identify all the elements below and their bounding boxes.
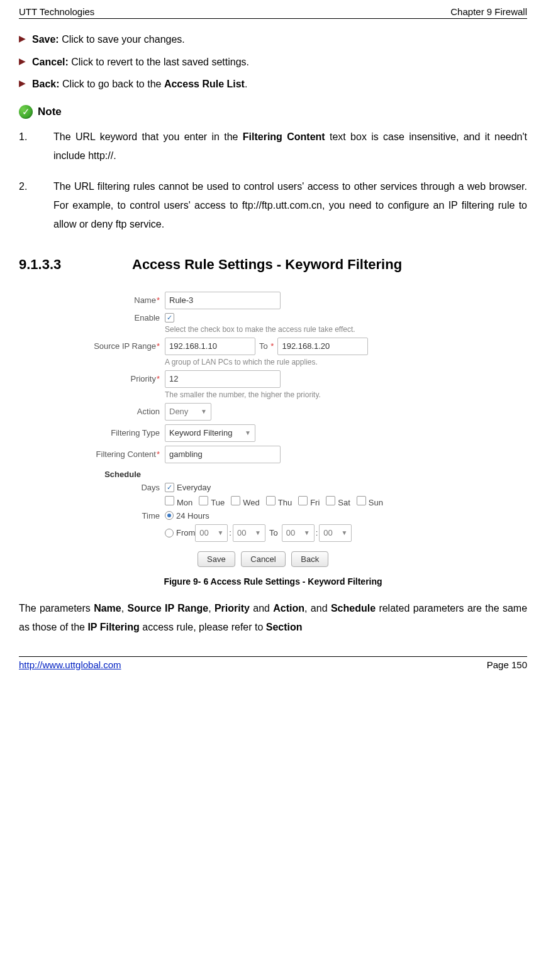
required-icon: *	[270, 341, 274, 351]
name-input[interactable]: Rule-3	[165, 292, 281, 309]
arrow-icon: ▶	[19, 76, 26, 90]
label-name: Name*	[72, 295, 165, 305]
to-hour-select[interactable]: 00▼	[282, 524, 315, 542]
label-priority: Priority*	[72, 374, 165, 383]
chevron-down-icon: ▼	[245, 429, 251, 436]
section-number: 9.1.3.3	[19, 256, 132, 273]
mon-checkbox[interactable]	[165, 496, 174, 505]
hint-enable: Select the check box to make the access …	[165, 325, 474, 334]
time-24h-label: 24 Hours	[176, 511, 209, 520]
checkmark-icon: ✓	[19, 105, 33, 119]
from-label: From	[176, 528, 195, 537]
action-select[interactable]: Deny▼	[165, 403, 211, 421]
page-footer: http://www.uttglobal.com Page 150	[19, 656, 527, 670]
footer-link[interactable]: http://www.uttglobal.com	[19, 659, 121, 670]
label-filtering-content: Filtering Content*	[72, 449, 165, 459]
list-body: The URL filtering rules cannot be used t…	[53, 177, 527, 234]
source-ip-from-input[interactable]: 192.168.1.10	[165, 338, 255, 355]
section-title: Access Rule Settings - Keyword Filtering	[132, 256, 402, 272]
arrow-icon: ▶	[19, 54, 26, 68]
fri-checkbox[interactable]	[298, 496, 308, 505]
thu-checkbox[interactable]	[266, 496, 276, 505]
label-time: Time	[72, 511, 165, 520]
arrow-icon: ▶	[19, 31, 26, 45]
list-number: 1.	[19, 128, 53, 166]
chevron-down-icon: ▼	[201, 408, 207, 415]
sun-checkbox[interactable]	[357, 496, 366, 505]
source-ip-to-input[interactable]: 192.168.1.20	[277, 338, 368, 355]
save-button[interactable]: Save	[198, 551, 235, 567]
button-row: Save Cancel Back	[198, 554, 474, 564]
label-to: To *	[259, 341, 274, 351]
page-header: UTT Technologies Chapter 9 Firewall	[19, 6, 527, 19]
required-icon: *	[157, 374, 160, 383]
enable-checkbox[interactable]: ✓	[165, 313, 174, 322]
filtering-type-select[interactable]: Keyword Filtering▼	[165, 424, 255, 442]
header-left: UTT Technologies	[19, 6, 94, 17]
label-enable: Enable	[72, 313, 165, 322]
note-label: Note	[38, 106, 62, 118]
label-schedule: Schedule	[72, 470, 146, 479]
label-source-ip: Source IP Range*	[72, 341, 165, 351]
from-min-select[interactable]: 00▼	[233, 524, 265, 542]
chevron-down-icon: ▼	[255, 529, 261, 536]
chevron-down-icon: ▼	[217, 529, 223, 536]
header-right: Chapter 9 Firewall	[450, 6, 527, 17]
section-heading: 9.1.3.3Access Rule Settings - Keyword Fi…	[19, 256, 527, 273]
paragraph-params: The parameters Name, Source IP Range, Pr…	[19, 599, 527, 637]
note-item-2: 2. The URL filtering rules cannot be use…	[19, 177, 527, 234]
time-range-radio[interactable]	[165, 529, 174, 537]
hint-source-ip: A group of LAN PCs to which the rule app…	[165, 358, 474, 366]
note-header: ✓ Note	[19, 105, 527, 119]
list-body: The URL keyword that you enter in the Fi…	[53, 128, 527, 166]
label-filtering-type: Filtering Type	[72, 428, 165, 438]
time-24h-radio[interactable]	[165, 511, 174, 520]
label-action: Action	[72, 407, 165, 416]
radio-dot-icon	[167, 514, 171, 517]
tue-checkbox[interactable]	[199, 496, 208, 505]
to-label: To	[269, 528, 278, 537]
wed-checkbox[interactable]	[231, 496, 240, 505]
note-item-1: 1. The URL keyword that you enter in the…	[19, 128, 527, 166]
bullet-save: ▶ Save: Click to save your changes.	[19, 31, 527, 48]
list-number: 2.	[19, 177, 53, 234]
required-icon: *	[157, 449, 160, 459]
bullet-text: Save: Click to save your changes.	[32, 31, 185, 48]
bullet-text: Cancel: Click to revert to the last save…	[32, 54, 249, 70]
from-hour-select[interactable]: 00▼	[195, 524, 228, 542]
chevron-down-icon: ▼	[304, 529, 310, 536]
required-icon: *	[157, 341, 160, 351]
bullet-bold: Back:	[32, 79, 60, 89]
to-min-select[interactable]: 00▼	[319, 524, 352, 542]
hint-priority: The smaller the number, the higher the p…	[165, 390, 474, 399]
bullet-bold: Cancel:	[32, 57, 69, 67]
figure-caption: Figure 9- 6 Access Rule Settings - Keywo…	[19, 576, 527, 586]
settings-form-figure: Name* Rule-3 Enable ✓ Select the check b…	[72, 292, 474, 564]
filtering-content-input[interactable]: gambling	[165, 446, 281, 463]
back-button[interactable]: Back	[291, 551, 328, 567]
bullet-cancel: ▶ Cancel: Click to revert to the last sa…	[19, 54, 527, 70]
bullet-back: ▶ Back: Click to go back to the Access R…	[19, 76, 527, 92]
sat-checkbox[interactable]	[326, 496, 335, 505]
required-icon: *	[157, 295, 160, 305]
priority-input[interactable]: 12	[165, 370, 281, 388]
cancel-button[interactable]: Cancel	[241, 551, 285, 567]
chevron-down-icon: ▼	[341, 529, 347, 536]
day-options: Mon Tue Wed Thu Fri Sat Sun	[165, 496, 383, 507]
bullet-text: Back: Click to go back to the Access Rul…	[32, 76, 247, 92]
bullet-bold: Save:	[32, 34, 59, 45]
label-days: Days	[72, 483, 165, 492]
page-number: Page 150	[487, 659, 527, 670]
everyday-checkbox[interactable]: ✓	[165, 483, 174, 492]
everyday-label: Everyday	[177, 483, 211, 492]
